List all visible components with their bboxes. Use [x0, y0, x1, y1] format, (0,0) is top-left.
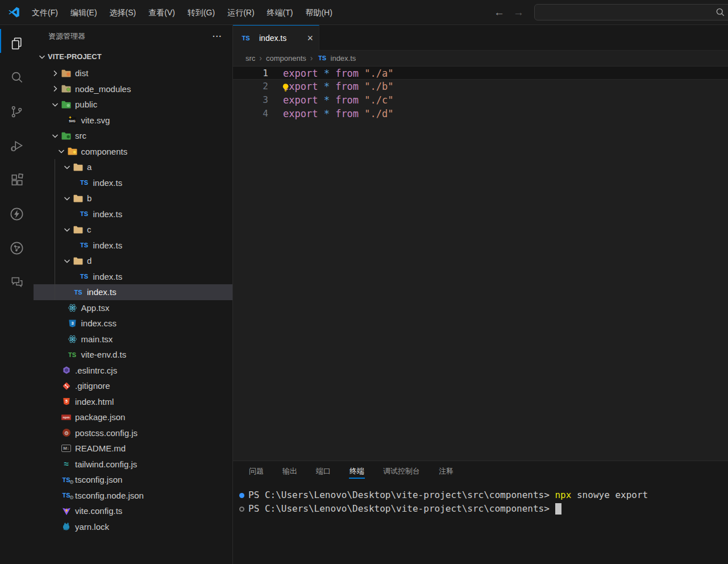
code-text: export * from "./c": [283, 93, 394, 107]
chevron-down-icon[interactable]: [61, 194, 73, 203]
project-name: VITE-PROJECT: [48, 52, 102, 61]
menu-item[interactable]: 文件(F): [26, 0, 64, 25]
close-icon[interactable]: ×: [307, 33, 313, 43]
tree-item-d[interactable]: d: [34, 253, 232, 269]
chevron-down-icon[interactable]: [49, 131, 61, 140]
chevron-right-icon[interactable]: [49, 69, 61, 78]
search-icon[interactable]: [0, 60, 34, 94]
menu-item[interactable]: 终端(T): [261, 0, 299, 25]
tab-index-ts[interactable]: TS index.ts ×: [233, 25, 319, 51]
line-number: 4: [233, 107, 268, 121]
titlebar-search-box[interactable]: [534, 4, 728, 20]
tab-bar: TS index.ts ×: [233, 25, 728, 51]
menu-item[interactable]: 帮助(H): [299, 0, 338, 25]
chevron-down-icon[interactable]: [61, 163, 73, 172]
command-decoration-icon[interactable]: [239, 507, 244, 512]
editor-group: TS index.ts × src›components›TSindex.ts …: [233, 25, 728, 564]
tree-item--gitignore[interactable]: .gitignore: [34, 378, 232, 394]
tree-item-index-ts[interactable]: TSindex.ts: [34, 175, 232, 191]
project-section-header[interactable]: VITE-PROJECT: [34, 48, 232, 65]
breadcrumb-item[interactable]: components: [266, 54, 306, 63]
graph-icon[interactable]: [0, 231, 34, 265]
comments-icon[interactable]: [0, 265, 34, 299]
terminal[interactable]: PS C:\Users\Lenovo\Desktop\vite-project\…: [233, 482, 728, 516]
menu-item[interactable]: 转到(G): [181, 0, 221, 25]
code-text: export * from "./b": [283, 80, 394, 93]
chevron-right-icon[interactable]: [49, 84, 61, 93]
folder-plain-icon: [73, 257, 84, 265]
nav-back-icon[interactable]: ←: [494, 0, 505, 25]
tree-item-index-ts[interactable]: TSindex.ts: [34, 269, 232, 285]
tree-item--eslintrc-cjs[interactable]: .eslintrc.cjs: [34, 363, 232, 379]
tree-item-components[interactable]: components: [34, 144, 232, 160]
chevron-down-icon[interactable]: [61, 256, 73, 266]
tree-item-tsconfig-json[interactable]: TS⚙tsconfig.json: [34, 472, 232, 488]
explorer-icon[interactable]: [0, 26, 34, 60]
tree-item-app-tsx[interactable]: App.tsx: [34, 300, 232, 316]
tree-item-package-json[interactable]: npmpackage.json: [34, 409, 232, 425]
tree-item-readme-md[interactable]: M↓README.md: [34, 441, 232, 457]
panel-tab[interactable]: 终端: [349, 461, 365, 482]
tree-item-tailwind-config-js[interactable]: ≈tailwind.config.js: [34, 457, 232, 472]
tree-item-tsconfig-node-json[interactable]: TS⚙tsconfig.node.json: [34, 488, 232, 504]
code-editor[interactable]: 1export * from "./a"2export * from "./b"…: [233, 65, 728, 461]
indent-guide: [55, 159, 55, 300]
run-debug-icon[interactable]: [0, 128, 34, 163]
panel-tab[interactable]: 调试控制台: [382, 461, 421, 482]
svg-text:⚙: ⚙: [64, 430, 68, 436]
tree-item-main-tsx[interactable]: main.tsx: [34, 331, 232, 347]
thunder-client-icon[interactable]: [0, 197, 34, 231]
chevron-down-icon[interactable]: [49, 100, 61, 109]
tree-item-c[interactable]: c: [34, 222, 232, 238]
tree-item-index-html[interactable]: 5index.html: [34, 394, 232, 410]
code-line-3: 3export * from "./c": [233, 93, 728, 107]
tree-item-index-ts[interactable]: TSindex.ts: [34, 206, 232, 222]
more-actions-icon[interactable]: ···: [213, 32, 222, 41]
panel-tab[interactable]: 问题: [248, 461, 264, 482]
tree-item-a[interactable]: a: [34, 159, 232, 175]
npm-icon: npm: [61, 414, 72, 421]
tree-item-vite-svg[interactable]: SVGvite.svg: [34, 113, 232, 128]
tree-item-index-css[interactable]: 3index.css: [34, 316, 232, 331]
ts-blue-icon: TS: [79, 210, 90, 217]
tree-item-index-ts[interactable]: TSindex.ts: [34, 284, 232, 300]
menu-item[interactable]: 选择(S): [103, 0, 143, 25]
tree-item-vite-config-ts[interactable]: vite.config.ts: [34, 503, 232, 519]
extensions-icon[interactable]: [0, 163, 34, 197]
command-decoration-icon[interactable]: [239, 493, 244, 498]
panel-tab[interactable]: 端口: [315, 461, 331, 482]
source-control-icon[interactable]: [0, 94, 34, 128]
git-icon: [61, 381, 72, 391]
tree-item-label: index.html: [75, 397, 114, 407]
chevron-down-icon[interactable]: [56, 147, 67, 156]
activity-bar: [0, 25, 34, 564]
tree-item-postcss-config-js[interactable]: ⚙postcss.config.js: [34, 425, 232, 441]
search-icon: [715, 7, 725, 19]
css3-icon: 3: [67, 319, 78, 328]
chevron-down-icon[interactable]: [61, 225, 73, 234]
tree-item-b[interactable]: b: [34, 190, 232, 206]
tree-item-label: index.ts: [93, 209, 123, 219]
menu-item[interactable]: 编辑(E): [64, 0, 103, 25]
panel-tab[interactable]: 输出: [282, 461, 298, 482]
menu-item[interactable]: 运行(R): [221, 0, 260, 25]
panel-tab[interactable]: 注释: [438, 461, 454, 482]
tree-item-yarn-lock[interactable]: yarn.lock: [34, 519, 232, 535]
tree-item-label: b: [87, 193, 91, 203]
tree-item-label: public: [75, 99, 97, 109]
menu-item[interactable]: 查看(V): [142, 0, 181, 25]
nav-forward-icon[interactable]: →: [513, 0, 524, 25]
tree-item-vite-env-d-ts[interactable]: TSvite-env.d.ts: [34, 347, 232, 363]
breadcrumb-item[interactable]: src: [246, 54, 255, 63]
tree-item-index-ts[interactable]: TSindex.ts: [34, 238, 232, 254]
tailwind-icon: ≈: [61, 461, 72, 467]
vscode-logo-icon: [8, 6, 20, 18]
tree-item-node-modules[interactable]: node_modules: [34, 81, 232, 97]
tree-item-public[interactable]: public: [34, 97, 232, 113]
tree-item-label: vite.config.ts: [75, 506, 122, 516]
file-tree: distnode_modulespublicSVGvite.svgsrccomp…: [34, 65, 232, 534]
breadcrumb-file[interactable]: TSindex.ts: [317, 54, 356, 63]
tree-item-dist[interactable]: dist: [34, 65, 232, 81]
tree-item-src[interactable]: src: [34, 128, 232, 144]
folder-public-icon: [61, 101, 72, 109]
